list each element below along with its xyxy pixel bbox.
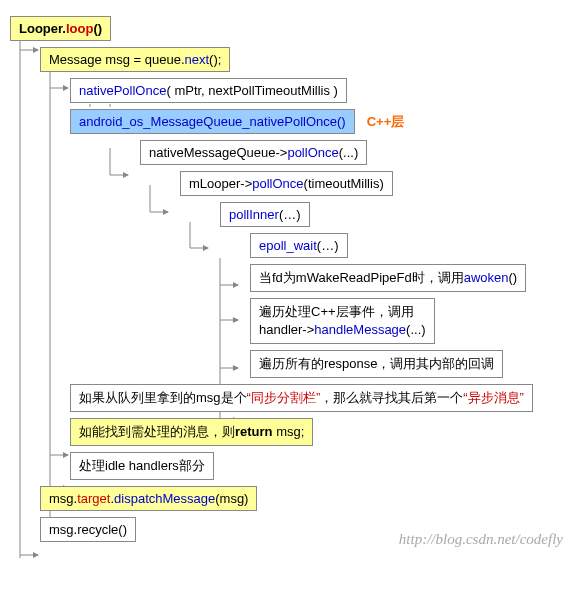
text: msg; (273, 424, 305, 439)
response-box: 遍历所有的response，调用其内部的回调 (250, 350, 503, 378)
text: (msg) (215, 491, 248, 506)
cpp-layer-label: C++层 (367, 113, 405, 131)
text: nativePollOnce (79, 83, 166, 98)
text: 遍历处理C++层事件，调用 (259, 304, 414, 319)
handler-message-box: 遍历处理C++层事件，调用 handler->handleMessage(...… (250, 298, 435, 344)
text: epoll_wait (259, 238, 317, 253)
text: target (77, 491, 110, 506)
text: () (509, 270, 518, 285)
return-msg-box: 如能找到需处理的消息，则return msg; (70, 418, 313, 446)
text: 如果从队列里拿到的msg是个 (79, 390, 247, 405)
epoll-wait-box: epoll_wait(…) (250, 233, 348, 258)
text: android_os_MessageQueue_nativePollOnce() (79, 114, 346, 129)
text: (); (209, 52, 221, 67)
text: 处理idle handlers部分 (79, 458, 205, 473)
text: pollOnce (252, 176, 303, 191)
text: msg. (49, 491, 77, 506)
text: ( mPtr, nextPollTimeoutMillis ) (166, 83, 337, 98)
dispatch-message-box: msg.target.dispatchMessage(msg) (40, 486, 257, 511)
native-poll-once-box: nativePollOnce( mPtr, nextPollTimeoutMil… (70, 78, 347, 103)
text: pollOnce (287, 145, 338, 160)
text: awoken (464, 270, 509, 285)
text: Looper. (19, 21, 66, 36)
text: mLooper-> (189, 176, 252, 191)
text: 当fd为mWakeReadPipeFd时，调用 (259, 270, 464, 285)
text: 遍历所有的response，调用其内部的回调 (259, 356, 494, 371)
text: (…) (279, 207, 301, 222)
awoken-box: 当fd为mWakeReadPipeFd时，调用awoken() (250, 264, 526, 292)
android-jni-box: android_os_MessageQueue_nativePollOnce() (70, 109, 355, 134)
text: next (185, 52, 210, 67)
mlooper-pollonce-box: mLooper->pollOnce(timeoutMillis) (180, 171, 393, 196)
queue-next-box: Message msg = queue.next(); (40, 47, 230, 72)
text: nativeMessageQueue-> (149, 145, 287, 160)
text: Message msg = queue. (49, 52, 185, 67)
text: () (93, 21, 102, 36)
text: “异步消息” (463, 390, 524, 405)
pollinner-box: pollInner(…) (220, 202, 310, 227)
text: return (235, 424, 273, 439)
text: loop (66, 21, 93, 36)
text: “同步分割栏” (247, 390, 321, 405)
text: dispatchMessage (114, 491, 215, 506)
text: msg.recycle() (49, 522, 127, 537)
idle-handlers-box: 处理idle handlers部分 (70, 452, 214, 480)
text: 如能找到需处理的消息，则 (79, 424, 235, 439)
watermark: http://blog.csdn.net/codefly (399, 531, 563, 548)
text: (...) (406, 322, 426, 337)
looper-loop-header: Looper.loop() (10, 16, 111, 41)
native-mq-pollonce-box: nativeMessageQueue->pollOnce(...) (140, 140, 367, 165)
text: (timeoutMillis) (304, 176, 384, 191)
text: handleMessage (314, 322, 406, 337)
text: pollInner (229, 207, 279, 222)
text: (…) (317, 238, 339, 253)
text: handler-> (259, 322, 314, 337)
text: (...) (339, 145, 359, 160)
sync-barrier-box: 如果从队列里拿到的msg是个“同步分割栏”，那么就寻找其后第一个“异步消息” (70, 384, 533, 412)
recycle-box: msg.recycle() (40, 517, 136, 542)
text: ，那么就寻找其后第一个 (320, 390, 463, 405)
